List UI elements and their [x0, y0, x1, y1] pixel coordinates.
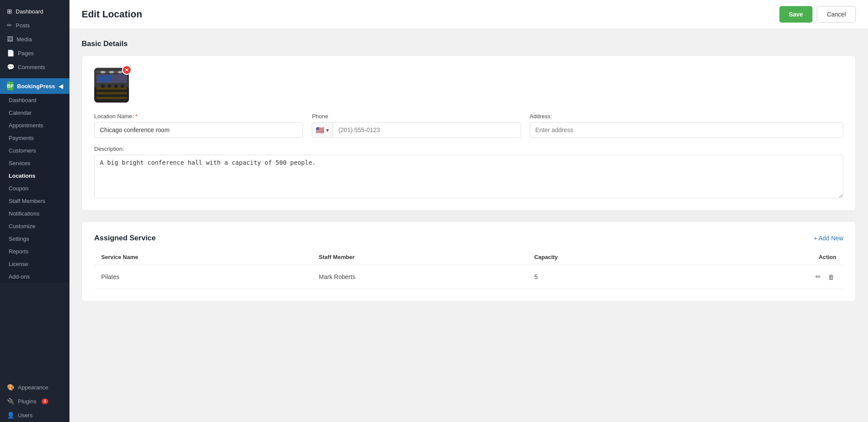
bp-menu-reports[interactable]: Reports: [0, 245, 69, 258]
sidebar-label-users: Users: [18, 412, 33, 419]
flag-emoji: 🇺🇸: [316, 126, 324, 134]
sidebar-label-plugins: Plugins: [18, 398, 36, 405]
location-name-group: Location Name: *: [94, 113, 303, 138]
svg-rect-7: [96, 87, 127, 90]
media-icon: 🖼: [7, 36, 13, 43]
address-label: Address:: [530, 113, 843, 120]
phone-input[interactable]: [333, 123, 520, 137]
bp-menu-coupon[interactable]: Coupon: [0, 182, 69, 195]
comments-icon: 💬: [7, 63, 14, 70]
sidebar: ⊞ Dashboard ✏ Posts 🖼 Media 📄 Pages 💬 Co…: [0, 0, 69, 422]
location-image-wrap: ✕: [94, 68, 129, 103]
assigned-service-header: Assigned Service + Add New: [94, 234, 843, 243]
description-input[interactable]: A big bright conference hall with a capa…: [94, 155, 843, 198]
phone-label: Phone: [312, 113, 521, 120]
top-bar-actions: Save Cancel: [779, 6, 856, 23]
sidebar-label-dashboard: Dashboard: [16, 8, 43, 15]
phone-input-wrap: 🇺🇸 ▾: [312, 122, 521, 138]
bookingpress-menu-header[interactable]: BP BookingPress ◀: [0, 78, 69, 94]
sidebar-item-posts[interactable]: ✏ Posts: [0, 18, 69, 32]
assigned-service-card: Assigned Service + Add New Service Name …: [82, 221, 856, 302]
sidebar-item-appearance[interactable]: 🎨 Appearance: [0, 380, 69, 394]
cancel-button[interactable]: Cancel: [817, 6, 856, 23]
svg-point-2: [100, 71, 106, 73]
location-name-input[interactable]: [94, 122, 303, 138]
svg-point-10: [101, 84, 105, 88]
pages-icon: 📄: [7, 50, 14, 56]
chevron-down-icon: ▾: [326, 127, 329, 133]
svg-rect-6: [99, 75, 112, 82]
bookingpress-icon: BP: [7, 82, 13, 90]
col-staff-member: Staff Member: [312, 249, 527, 265]
cell-staff-member: Mark Roberts: [312, 265, 527, 289]
basic-details-card: ✕ Location Name: * Phone 🇺🇸 ▾: [82, 55, 856, 211]
sidebar-label-comments: Comments: [18, 64, 45, 70]
sidebar-item-plugins[interactable]: 🔌 Plugins 4: [0, 394, 69, 408]
svg-point-12: [114, 84, 118, 88]
description-group: Description: A big bright conference hal…: [94, 146, 843, 198]
description-label: Description:: [94, 146, 843, 152]
cell-action: ✏ 🗑: [687, 265, 843, 289]
bp-menu-addons[interactable]: Add-ons: [0, 270, 69, 283]
basic-details-title: Basic Details: [82, 40, 856, 48]
sidebar-item-users[interactable]: 👤 Users: [0, 408, 69, 422]
bp-menu-notifications[interactable]: Notifications: [0, 207, 69, 220]
add-new-button[interactable]: + Add New: [814, 235, 843, 242]
form-row-1: Location Name: * Phone 🇺🇸 ▾: [94, 113, 843, 138]
bp-menu-payments[interactable]: Payments: [0, 132, 69, 144]
bp-menu-customers[interactable]: Customers: [0, 144, 69, 157]
table-row: Pilates Mark Roberts 5 ✏ 🗑: [94, 265, 843, 289]
plugins-icon: 🔌: [7, 398, 14, 405]
posts-icon: ✏: [7, 22, 12, 29]
phone-group: Phone 🇺🇸 ▾: [312, 113, 521, 138]
content-area: Basic Details: [69, 29, 868, 422]
bp-menu-staff[interactable]: Staff Members: [0, 195, 69, 207]
sidebar-label-pages: Pages: [18, 50, 34, 56]
top-bar: Edit Location Save Cancel: [69, 0, 868, 29]
sidebar-label-posts: Posts: [16, 22, 30, 29]
sidebar-label-media: Media: [17, 36, 32, 43]
main-content: Edit Location Save Cancel Basic Details: [69, 0, 868, 422]
sidebar-item-media[interactable]: 🖼 Media: [0, 32, 69, 46]
sidebar-item-comments[interactable]: 💬 Comments: [0, 60, 69, 74]
phone-flag-select[interactable]: 🇺🇸 ▾: [312, 123, 333, 137]
col-action: Action: [687, 249, 843, 265]
address-input[interactable]: [530, 122, 843, 138]
col-capacity: Capacity: [527, 249, 687, 265]
bp-menu-calendar[interactable]: Calendar: [0, 106, 69, 119]
assigned-service-title: Assigned Service: [94, 234, 156, 243]
bp-menu-customize[interactable]: Customize: [0, 220, 69, 233]
delete-button[interactable]: 🗑: [826, 271, 836, 282]
bp-menu-services[interactable]: Services: [0, 157, 69, 169]
bp-menu-dashboard[interactable]: Dashboard: [0, 94, 69, 106]
bookingpress-submenu: Dashboard Calendar Appointments Payments…: [0, 94, 69, 283]
sidebar-item-dashboard[interactable]: ⊞ Dashboard: [0, 4, 69, 18]
bp-menu-license[interactable]: License: [0, 258, 69, 270]
address-group: Address:: [530, 113, 843, 138]
sidebar-label-appearance: Appearance: [18, 384, 48, 391]
bp-menu-appointments[interactable]: Appointments: [0, 119, 69, 132]
bp-menu-locations[interactable]: Locations: [0, 169, 69, 182]
bp-menu-settings[interactable]: Settings: [0, 233, 69, 245]
svg-rect-8: [96, 92, 127, 94]
service-table: Service Name Staff Member Capacity Actio…: [94, 249, 843, 289]
required-star: *: [135, 113, 138, 120]
svg-point-13: [121, 84, 124, 88]
dashboard-icon: ⊞: [7, 8, 12, 15]
save-button[interactable]: Save: [779, 6, 813, 23]
col-service-name: Service Name: [94, 249, 312, 265]
page-title: Edit Location: [82, 9, 142, 20]
svg-point-11: [108, 84, 111, 88]
users-icon: 👤: [7, 412, 14, 419]
bookingpress-label: BookingPress: [17, 83, 55, 90]
svg-point-3: [109, 71, 114, 73]
cell-capacity: 5: [527, 265, 687, 289]
location-name-label: Location Name: *: [94, 113, 303, 120]
bookingpress-arrow-icon: ◀: [59, 83, 63, 90]
cell-service-name: Pilates: [94, 265, 312, 289]
sidebar-item-pages[interactable]: 📄 Pages: [0, 46, 69, 60]
svg-rect-9: [96, 97, 127, 99]
plugins-badge: 4: [42, 399, 49, 404]
remove-image-button[interactable]: ✕: [122, 65, 132, 75]
edit-button[interactable]: ✏: [814, 271, 823, 282]
